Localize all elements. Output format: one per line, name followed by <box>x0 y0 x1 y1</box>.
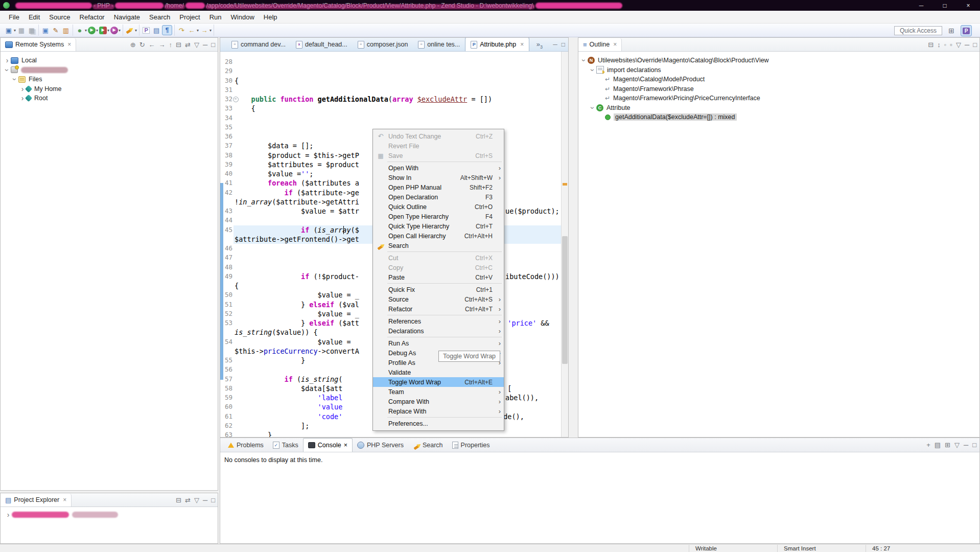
console-tab-problems[interactable]: Problems <box>223 439 268 452</box>
back-icon[interactable]: ← <box>149 41 155 48</box>
back-icon[interactable]: ▾ <box>187 26 199 35</box>
maximize-window-button[interactable]: □ <box>933 0 956 11</box>
menu-item-copy[interactable]: CopyCtrl+C <box>373 263 504 272</box>
link-with-editor-icon[interactable]: ⇄ <box>185 41 191 48</box>
editor-tab-attribute-php[interactable]: Attribute.php× <box>465 37 529 51</box>
console-tab-console[interactable]: Console× <box>303 438 353 452</box>
menu-item-compare-with[interactable]: Compare With› <box>373 397 504 406</box>
hide-static-icon[interactable]: ▫ <box>950 41 952 48</box>
menu-window[interactable]: Window <box>226 13 259 21</box>
chevron-down-icon[interactable]: › <box>11 76 19 83</box>
tree-item[interactable]: Magento\Framework\Pricing\PriceCurrencyI… <box>578 94 979 103</box>
menu-item-open-php-manual[interactable]: Open PHP ManualShift+F2 <box>373 182 504 192</box>
maximize-icon[interactable]: □ <box>211 497 215 503</box>
php-perspective-icon[interactable] <box>961 25 972 36</box>
menu-navigate[interactable]: Navigate <box>109 13 145 21</box>
chevron-down-icon[interactable]: › <box>3 66 11 74</box>
minimize-icon[interactable]: ─ <box>203 41 207 48</box>
menu-item-team[interactable]: Team› <box>373 387 504 397</box>
view-menu-icon[interactable]: ▽ <box>956 41 961 48</box>
minimize-icon[interactable]: ─ <box>203 497 207 503</box>
chevron-down-icon[interactable]: › <box>580 57 588 64</box>
menu-file[interactable]: File <box>4 13 24 21</box>
last-edit-location-icon[interactable] <box>177 26 186 35</box>
menu-item-toggle-word-wrap[interactable]: Toggle Word WrapCtrl+Alt+E <box>373 377 504 387</box>
tree-item[interactable]: Magento\Catalog\Model\Product <box>578 75 979 84</box>
snippets-icon[interactable] <box>61 26 71 35</box>
collapse-all-icon[interactable]: ⊟ <box>928 41 934 48</box>
quick-access-box[interactable]: Quick Access <box>894 26 942 35</box>
tree-item[interactable]: ›Files <box>1 75 218 84</box>
project-item[interactable]: › <box>1 510 218 519</box>
refresh-icon[interactable]: ↻ <box>139 41 145 48</box>
view-menu-icon[interactable]: ▽ <box>194 497 199 503</box>
debug-icon[interactable]: ▾ <box>75 26 87 35</box>
profile-icon[interactable]: ▾ <box>110 27 121 34</box>
close-icon[interactable]: × <box>63 496 66 503</box>
chevron-down-icon[interactable]: › <box>589 66 597 74</box>
console-tab-tasks[interactable]: Tasks <box>268 439 303 452</box>
menu-item-open-declaration[interactable]: Open DeclarationF3 <box>373 192 504 202</box>
new-wizard-icon[interactable]: ▾ <box>4 26 16 35</box>
maximize-icon[interactable]: □ <box>562 41 565 48</box>
menu-item-run-as[interactable]: Run As› <box>373 338 504 348</box>
menu-edit[interactable]: Edit <box>24 13 44 21</box>
menu-item-references[interactable]: References› <box>373 316 504 326</box>
close-icon[interactable]: × <box>67 41 71 48</box>
display-selected-icon[interactable]: ▤ <box>935 442 941 448</box>
menu-item-preferences-[interactable]: Preferences... <box>373 419 504 428</box>
tree-item[interactable]: › <box>1 65 218 75</box>
console-tab-properties[interactable]: Properties <box>448 439 495 452</box>
coverage-icon[interactable]: ▾ <box>99 27 109 34</box>
tab-project-explorer[interactable]: ▤ Project Explorer × <box>1 494 72 507</box>
close-icon[interactable]: × <box>613 41 617 48</box>
tab-remote-systems[interactable]: Remote Systems × <box>1 38 76 51</box>
menu-item-paste[interactable]: PasteCtrl+V <box>373 272 504 282</box>
new-connection-icon[interactable]: ⊕ <box>130 41 136 48</box>
chevron-right-icon[interactable]: › <box>4 56 11 64</box>
run-icon[interactable]: ▾ <box>88 27 98 34</box>
link-with-editor-icon[interactable]: ⇄ <box>185 497 191 503</box>
scrollbar-thumb[interactable] <box>562 236 568 364</box>
menu-item-open-with[interactable]: Open With› <box>373 163 504 173</box>
browser-icon[interactable] <box>152 26 161 35</box>
close-icon[interactable]: × <box>520 41 524 48</box>
forward-icon[interactable]: → <box>159 41 166 48</box>
save-icon[interactable] <box>17 26 26 35</box>
menu-item-open-call-hierarchy[interactable]: Open Call HierarchyCtrl+Alt+H <box>373 231 504 241</box>
tree-item[interactable]: ›CAttribute <box>578 103 979 113</box>
menu-item-quick-type-hierarchy[interactable]: Quick Type HierarchyCtrl+T <box>373 221 504 231</box>
minimize-icon[interactable]: ─ <box>553 41 557 48</box>
tree-item[interactable]: ›Local <box>1 56 218 65</box>
menu-item-declarations[interactable]: Declarations› <box>373 326 504 336</box>
minimize-icon[interactable]: ─ <box>965 41 969 48</box>
menu-item-source[interactable]: SourceCtrl+Alt+S› <box>373 294 504 304</box>
menu-item-validate[interactable]: Validate <box>373 367 504 377</box>
console-tab-search[interactable]: Search <box>408 439 448 452</box>
maximize-icon[interactable]: □ <box>973 41 977 48</box>
collapse-all-icon[interactable]: ⊟ <box>176 41 181 48</box>
menu-item-save[interactable]: SaveCtrl+S <box>373 151 504 160</box>
editor-tab-online-tes-[interactable]: online tes... <box>413 38 465 51</box>
maximize-icon[interactable]: □ <box>211 41 215 48</box>
menu-source[interactable]: Source <box>44 13 75 21</box>
search-icon[interactable]: ▾ <box>125 26 137 35</box>
menu-item-show-in[interactable]: Show InAlt+Shift+W› <box>373 173 504 182</box>
minimize-window-button[interactable]: ─ <box>909 0 933 11</box>
forward-icon[interactable]: ▾ <box>200 26 212 35</box>
close-icon[interactable]: × <box>344 442 347 449</box>
tree-item[interactable]: ›NUtilewebsites\Override\Magento\Catalog… <box>578 56 979 65</box>
open-perspective-icon[interactable] <box>946 26 956 36</box>
tree-item[interactable]: ›Root <box>1 94 218 103</box>
remote-system-icon[interactable] <box>41 26 50 35</box>
tab-overflow-chevron[interactable]: »3 <box>536 40 543 50</box>
editor-scrollbar[interactable] <box>561 52 568 437</box>
tree-item[interactable]: Magento\Framework\Phrase <box>578 84 979 94</box>
view-menu-icon[interactable]: ▽ <box>194 41 199 48</box>
menu-item-refactor[interactable]: RefactorCtrl+Alt+T› <box>373 304 504 314</box>
sort-icon[interactable]: ↕ <box>937 41 941 48</box>
menu-item-quick-fix[interactable]: Quick FixCtrl+1 <box>373 285 504 294</box>
save-all-icon[interactable] <box>27 26 36 35</box>
minimize-icon[interactable]: ─ <box>964 442 968 448</box>
chevron-down-icon[interactable]: › <box>589 104 597 111</box>
